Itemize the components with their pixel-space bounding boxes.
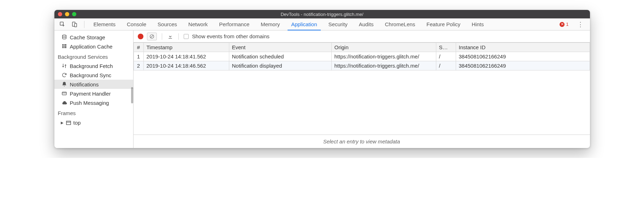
svg-line-15 xyxy=(150,35,153,38)
cell-number: 1 xyxy=(134,52,143,61)
sidebar-item-label: Push Messaging xyxy=(70,100,109,106)
devtools-tabbar: ElementsConsoleSourcesNetworkPerformance… xyxy=(54,18,590,30)
bell-icon xyxy=(61,81,67,87)
svg-rect-10 xyxy=(62,92,66,95)
events-toolbar: Show events from other domains xyxy=(134,30,590,42)
svg-rect-4 xyxy=(62,44,64,45)
svg-point-3 xyxy=(62,35,66,36)
sidebar-scrollbar[interactable] xyxy=(131,87,133,103)
window-icon xyxy=(66,120,71,126)
error-count-badge[interactable]: ✕ 1 xyxy=(560,22,568,27)
card-icon xyxy=(61,91,67,96)
tab-elements[interactable]: Elements xyxy=(90,18,119,30)
show-other-domains-label: Show events from other domains xyxy=(192,33,270,39)
main-panel: Show events from other domains # Timesta… xyxy=(134,30,590,148)
metadata-hint: Select an entry to view metadata xyxy=(134,135,590,148)
cell-event: Notification scheduled xyxy=(229,52,331,61)
cell-sw-scope: / xyxy=(436,52,456,61)
tab-chromelens[interactable]: ChromeLens xyxy=(381,18,419,30)
col-header-instance-id[interactable]: Instance ID xyxy=(456,43,590,52)
sidebar-item-label: Cache Storage xyxy=(70,34,105,40)
sidebar-item-background-fetch[interactable]: Background Fetch xyxy=(54,61,133,70)
svg-rect-12 xyxy=(66,121,71,125)
col-header-event[interactable]: Event xyxy=(229,43,331,52)
svg-rect-2 xyxy=(75,23,77,27)
error-count: 1 xyxy=(566,22,568,27)
table-row[interactable]: 12019-10-24 14:18:41.562Notification sch… xyxy=(134,52,590,61)
sidebar-item-application-cache[interactable]: Application Cache xyxy=(54,42,133,51)
tab-security[interactable]: Security xyxy=(325,18,351,30)
titlebar: DevTools - notification-triggers.glitch.… xyxy=(54,10,590,18)
sidebar-frame-top[interactable]: ▶ top xyxy=(54,118,133,127)
application-sidebar: Cache StorageApplication Cache Backgroun… xyxy=(54,30,134,148)
caret-right-icon: ▶ xyxy=(61,121,64,125)
error-icon: ✕ xyxy=(560,22,565,27)
sidebar-item-cache-storage[interactable]: Cache Storage xyxy=(54,33,133,42)
col-header-timestamp[interactable]: Timestamp xyxy=(143,43,229,52)
more-menu-icon[interactable]: ⋮ xyxy=(575,21,586,28)
devtools-window: DevTools - notification-triggers.glitch.… xyxy=(54,10,590,148)
zoom-window-button[interactable] xyxy=(72,12,76,16)
events-table: # Timestamp Event Origin SW … Instance I… xyxy=(134,42,590,135)
sidebar-item-payment-handler[interactable]: Payment Handler xyxy=(54,89,133,98)
sidebar-item-label: Background Sync xyxy=(70,72,112,78)
show-other-domains-checkbox[interactable] xyxy=(184,34,189,39)
tab-hints[interactable]: Hints xyxy=(468,18,487,30)
sidebar-item-label: Application Cache xyxy=(70,44,113,50)
cell-event: Notification displayed xyxy=(229,61,331,70)
sidebar-item-push-messaging[interactable]: Push Messaging xyxy=(54,98,133,107)
sidebar-item-label: Payment Handler xyxy=(70,91,111,97)
cell-instance-id: 3845081062166249 xyxy=(456,61,590,70)
divider xyxy=(84,21,84,28)
database-icon xyxy=(61,34,67,40)
minimize-window-button[interactable] xyxy=(65,12,69,16)
download-button[interactable] xyxy=(167,34,173,39)
sidebar-group-frames: Frames xyxy=(54,107,133,118)
tab-sources[interactable]: Sources xyxy=(154,18,181,30)
cell-number: 2 xyxy=(134,61,143,70)
cloud-icon xyxy=(61,100,67,106)
sidebar-item-label: Notifications xyxy=(70,81,99,87)
window-title: DevTools - notification-triggers.glitch.… xyxy=(54,12,590,17)
sync-icon xyxy=(61,72,67,78)
tab-performance[interactable]: Performance xyxy=(215,18,253,30)
cell-origin: https://notification-triggers.glitch.me/ xyxy=(331,61,436,70)
svg-rect-6 xyxy=(62,46,64,47)
tab-network[interactable]: Network xyxy=(185,18,211,30)
clear-button[interactable] xyxy=(147,33,157,40)
tab-memory[interactable]: Memory xyxy=(257,18,283,30)
tab-application[interactable]: Application xyxy=(288,18,320,30)
grid-icon xyxy=(61,44,67,49)
svg-rect-7 xyxy=(64,46,66,47)
cell-instance-id: 3845081062166249 xyxy=(456,52,590,61)
close-window-button[interactable] xyxy=(58,12,62,16)
cell-sw-scope: / xyxy=(436,61,456,70)
sidebar-item-label: Background Fetch xyxy=(70,63,113,69)
sidebar-item-background-sync[interactable]: Background Sync xyxy=(54,70,133,80)
sidebar-group-background-services: Background Services xyxy=(54,51,133,61)
divider xyxy=(178,33,179,40)
cell-timestamp: 2019-10-24 14:18:46.562 xyxy=(143,61,229,70)
tab-audits[interactable]: Audits xyxy=(355,18,377,30)
sidebar-frame-label: top xyxy=(73,120,81,126)
swap-icon xyxy=(61,63,67,69)
svg-rect-8 xyxy=(62,47,64,48)
traffic-lights xyxy=(58,12,76,16)
table-row[interactable]: 22019-10-24 14:18:46.562Notification dis… xyxy=(134,61,590,70)
tab-feature-policy[interactable]: Feature Policy xyxy=(423,18,464,30)
record-button[interactable] xyxy=(138,34,143,39)
svg-rect-9 xyxy=(64,47,66,48)
divider xyxy=(162,33,162,40)
cell-origin: https://notification-triggers.glitch.me/ xyxy=(331,52,436,61)
col-header-number[interactable]: # xyxy=(134,43,143,52)
col-header-origin[interactable]: Origin xyxy=(331,43,436,52)
tab-console[interactable]: Console xyxy=(123,18,150,30)
device-toggle-icon[interactable] xyxy=(71,21,78,28)
cell-timestamp: 2019-10-24 14:18:41.562 xyxy=(143,52,229,61)
inspect-icon[interactable] xyxy=(59,21,66,28)
svg-rect-5 xyxy=(64,44,66,45)
sidebar-item-notifications[interactable]: Notifications xyxy=(54,80,133,89)
col-header-sw-scope[interactable]: SW … xyxy=(436,43,456,52)
